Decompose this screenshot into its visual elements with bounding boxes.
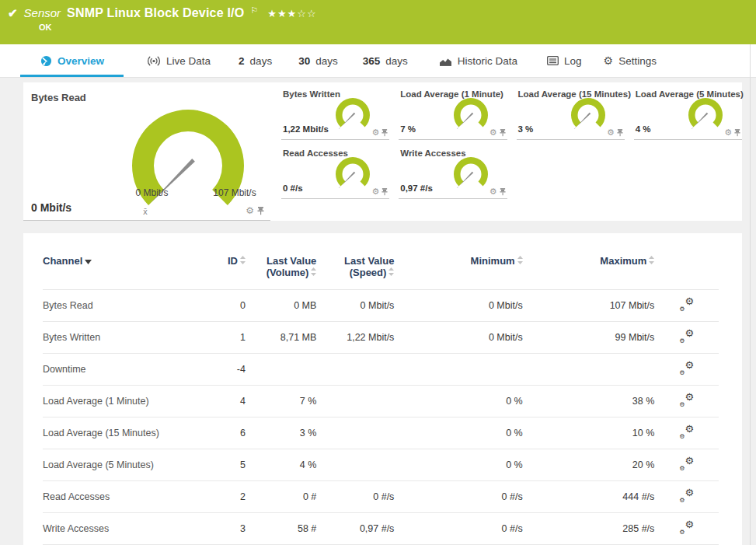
channel-settings-icon[interactable]: ⚙⚙ xyxy=(679,393,694,407)
sensor-kind-label: Sensor xyxy=(24,6,61,19)
cell-speed xyxy=(316,354,394,386)
channel-settings-icon[interactable]: ⚙⚙ xyxy=(679,298,694,311)
cell-id: 6 xyxy=(198,417,246,449)
column-header-last-value-volume[interactable]: Last Value (Volume) xyxy=(246,255,316,290)
tab-label: Overview xyxy=(57,55,104,67)
table-header-row: Channel ID Last Value (Volume) Last Valu… xyxy=(43,255,719,290)
gauge-tile-bytes-written: Bytes Written 1,22 Mbit/s ⚙ xyxy=(281,85,389,140)
tab-label: Log xyxy=(564,55,582,67)
tab-label: Historic Data xyxy=(458,55,517,67)
cell-max: 444 #/s xyxy=(523,481,655,513)
sort-desc-icon xyxy=(85,260,92,264)
pin-icon[interactable] xyxy=(381,188,388,196)
cell-volume: 0 # xyxy=(246,481,316,513)
column-header-channel[interactable]: Channel xyxy=(43,255,198,290)
tab-bar: Overview Live Data 2 days 30 days 365 da… xyxy=(0,44,756,78)
gauge-dial xyxy=(329,93,377,138)
tab-overview[interactable]: Overview xyxy=(20,44,124,77)
tab-2-days[interactable]: 2 days xyxy=(239,44,272,77)
table-row: Downtime -4 ⚙⚙ xyxy=(43,354,719,386)
gauge-scale-max: 107 Mbit/s xyxy=(196,187,273,198)
tab-settings[interactable]: ⚙ Settings xyxy=(604,44,657,77)
cell-max: 99 Mbit/s xyxy=(523,322,655,354)
channel-settings-icon[interactable]: ⚙⚙ xyxy=(679,362,694,375)
cell-channel: Read Accesses xyxy=(43,481,198,513)
cell-volume xyxy=(246,354,316,386)
stars-empty[interactable]: ☆☆ xyxy=(297,8,316,19)
gauge-settings-gear-icon[interactable]: ⚙ xyxy=(371,187,379,196)
pin-icon[interactable] xyxy=(500,188,506,196)
pin-icon[interactable] xyxy=(381,129,388,137)
gauge-current-value: 0 Mbit/s xyxy=(31,201,71,214)
pin-icon[interactable] xyxy=(734,129,740,137)
gauge-dial xyxy=(447,152,495,197)
content-area: Bytes Read x̄ 0 Mbit/s 107 Mbit/s 0 Mbit… xyxy=(0,78,756,545)
channel-settings-icon[interactable]: ⚙⚙ xyxy=(679,457,694,470)
cell-id: 5 xyxy=(198,449,246,481)
gauge-current-value: 4 % xyxy=(636,124,651,134)
svg-text:x̄: x̄ xyxy=(143,208,148,216)
gauge-settings-gear-icon[interactable]: ⚙ xyxy=(724,128,732,137)
cell-speed: 1,22 Mbit/s xyxy=(316,322,394,354)
channel-settings-icon[interactable]: ⚙⚙ xyxy=(679,330,694,343)
gauge-current-value: 1,22 Mbit/s xyxy=(283,124,329,134)
cell-max: 20 % xyxy=(523,449,655,481)
cell-speed xyxy=(316,417,394,449)
cell-channel: Load Average (5 Minutes) xyxy=(43,449,198,481)
cell-id: 0 xyxy=(198,290,246,322)
column-label: Last Value (Speed) xyxy=(344,255,394,278)
cell-id: 1 xyxy=(198,322,246,354)
column-header-last-value-speed[interactable]: Last Value (Speed) xyxy=(316,255,394,290)
cell-max: 107 Mbit/s xyxy=(523,290,655,322)
channels-table: Channel ID Last Value (Volume) Last Valu… xyxy=(43,255,719,545)
tab-log[interactable]: Log xyxy=(547,44,582,77)
cell-volume: 8,71 MB xyxy=(246,322,316,354)
status-badge: OK xyxy=(39,23,52,32)
priority-stars[interactable]: ★★★☆☆ xyxy=(267,8,316,19)
column-header-id[interactable]: ID xyxy=(198,255,246,290)
sort-icon xyxy=(311,267,316,276)
column-label: ID xyxy=(228,255,238,267)
cell-channel: Bytes Written xyxy=(43,322,198,354)
gauge-settings-gear-icon[interactable]: ⚙ xyxy=(607,128,615,137)
table-row: Read Accesses 2 0 # 0 #/s 0 #/s 444 #/s … xyxy=(43,481,719,513)
gauge-settings-gear-icon[interactable]: ⚙ xyxy=(489,128,497,137)
gauge-settings-gear-icon[interactable]: ⚙ xyxy=(371,128,379,137)
column-header-minimum[interactable]: Minimum xyxy=(394,255,522,290)
channel-settings-icon[interactable]: ⚙⚙ xyxy=(679,521,694,534)
tab-live-data[interactable]: Live Data xyxy=(147,44,211,77)
cell-volume: 4 % xyxy=(246,449,316,481)
gauge-title: Bytes Read xyxy=(31,92,86,103)
pin-icon[interactable] xyxy=(500,129,506,137)
tab-number: 365 xyxy=(363,55,381,67)
gauge-current-value: 3 % xyxy=(518,124,534,134)
gauge-scale-min: 0 Mbit/s xyxy=(115,187,189,198)
sensor-header: ✔ Sensor SNMP Linux Block Device I/O ⚐ ★… xyxy=(0,0,756,44)
column-header-maximum[interactable]: Maximum xyxy=(523,255,655,290)
cell-channel: Load Average (15 Minutes) xyxy=(43,417,198,449)
pin-icon[interactable] xyxy=(617,129,623,137)
tab-number: 30 xyxy=(298,55,310,67)
tab-365-days[interactable]: 365 days xyxy=(363,44,408,77)
favorite-flag-icon[interactable]: ⚐ xyxy=(250,5,258,16)
gauge-tile-read-accesses: Read Accesses 0 #/s ⚙ xyxy=(281,144,389,199)
gauge-settings-gear-icon[interactable]: ⚙ xyxy=(489,187,497,196)
cell-max: 10 % xyxy=(523,417,655,449)
stars-filled[interactable]: ★★★ xyxy=(267,8,297,19)
cell-channel: Write Accesses xyxy=(43,513,198,545)
cell-channel: Downtime xyxy=(43,354,198,386)
cell-min xyxy=(394,354,522,386)
pin-icon[interactable] xyxy=(257,207,264,215)
tab-label: Settings xyxy=(618,55,657,67)
channel-settings-icon[interactable]: ⚙⚙ xyxy=(679,425,694,438)
cell-max xyxy=(523,354,655,386)
tab-number: 2 xyxy=(239,55,245,67)
gauge-settings-gear-icon[interactable]: ⚙ xyxy=(246,206,254,215)
column-label: Maximum xyxy=(600,255,646,267)
table-row: Load Average (15 Minutes) 6 3 % 0 % 10 %… xyxy=(43,417,719,449)
gauge-tile-load-average-15-minutes: Load Average (15 Minutes) 3 % ⚙ xyxy=(517,85,625,140)
tab-historic-data[interactable]: Historic Data xyxy=(439,44,517,77)
channel-settings-icon[interactable]: ⚙⚙ xyxy=(679,489,694,502)
small-gauges-grid: Bytes Written 1,22 Mbit/s ⚙ Load Average… xyxy=(281,82,742,221)
tab-30-days[interactable]: 30 days xyxy=(298,44,338,77)
